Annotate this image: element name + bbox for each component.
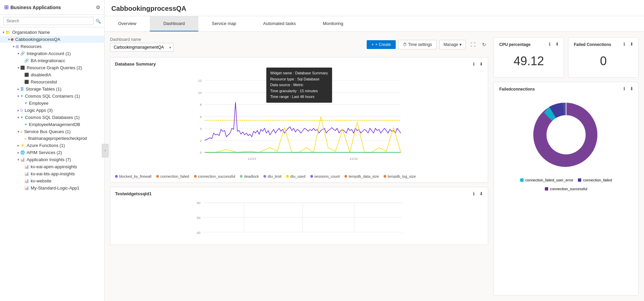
sidebar-item-azure-func[interactable]: ▸ ⚡ Azure Functions (1) — [0, 142, 104, 149]
sidebar-item-cosmos-db[interactable]: ▾ ✦ Cosmos SQL Databases (1) — [0, 114, 104, 121]
gear-icon[interactable]: ⚙ — [96, 4, 100, 10]
cpu-value: 49.12 — [499, 50, 558, 73]
chevron-apim-icon: ▸ — [18, 151, 19, 154]
svg-text:11/13: 11/13 — [248, 157, 256, 160]
kv-eai-bts-icon: 📊 — [24, 172, 29, 176]
resources-list-icon: ⬛ — [24, 80, 29, 84]
tab-automated[interactable]: Automated tasks — [250, 16, 309, 31]
page-title: CabbookingprocessQA — [111, 5, 186, 12]
sidebar-item-service-bus[interactable]: ▾ ≡ Service Bus Queues (1) — [0, 128, 104, 135]
sidebar-item-cosmos-sql[interactable]: ▾ ✦ Cosmos SQL Containers (1) — [0, 93, 104, 100]
tab-monitoring[interactable]: Monitoring — [309, 16, 357, 31]
sidebar-tree: ▾ 📁 Organisation Name ▾ Cabbookingproces… — [0, 27, 104, 301]
sidebar-item-kv-eai-bts[interactable]: 📊 kv-eai-bts-app-insights — [0, 170, 104, 177]
resources-list-label: Resourceslist — [31, 79, 57, 84]
tab-dashboard[interactable]: Dashboard — [150, 16, 198, 31]
chevron-resources-icon: ▾ — [13, 45, 15, 48]
sidebar-item-resources-list[interactable]: ⬛ Resourceslist — [0, 78, 104, 85]
tab-servicemap[interactable]: Service map — [198, 16, 250, 31]
sidebar-item-rg-queries[interactable]: ▾ ⬛ Resource Graph Queries (2) — [0, 64, 104, 71]
create-button[interactable]: + + Create — [367, 40, 395, 49]
org-label: Organisation Name — [12, 30, 50, 35]
testwidget-card: Testwidgetssqld1 ℹ ⬇ 60 50 40 — [110, 187, 488, 245]
tab-overview[interactable]: Overview — [105, 16, 150, 31]
sidebar-item-logic-apps[interactable]: ▸ ⟨⟩ Logic Apps (3) — [0, 107, 104, 114]
dashboard-name-section: Dashboard name CarbookingmanagementQA — [110, 37, 174, 52]
dashboard-select[interactable]: CarbookingmanagementQA — [110, 43, 174, 52]
search-input[interactable] — [3, 17, 93, 25]
donut-info-button[interactable]: ℹ — [622, 85, 626, 92]
main-content: CabbookingprocessQA Overview Dashboard S… — [105, 0, 644, 301]
chevron-storage-icon: ▸ — [18, 87, 19, 91]
cosmos-db-label: Cosmos SQL Databases (1) — [25, 115, 80, 120]
action-buttons: + + Create ⏱ Time settings Manage ▾ ⛶ ↻ — [367, 40, 488, 49]
cpu-info-button[interactable]: ℹ — [548, 41, 552, 47]
sidebar-item-integration[interactable]: ▾ 🔗 Integration Account (1) — [0, 50, 104, 57]
testwidget-chart-area: 60 50 40 — [115, 199, 483, 241]
dashboard-toolbar: Dashboard name CarbookingmanagementQA + … — [110, 37, 488, 52]
svg-text:50: 50 — [197, 216, 200, 220]
kv-eai-apim-label: kv-eai-apim-appinsights — [31, 164, 77, 169]
testwidget-actions: ℹ ⬇ — [472, 191, 484, 197]
tooltip-widget-name-value: Database Summary — [295, 71, 328, 75]
donut-legend-successful-label: connection_successful — [550, 187, 587, 191]
my-standard-icon: 📊 — [24, 186, 29, 190]
fc-info-button[interactable]: ℹ — [622, 41, 626, 47]
sidebar-item-disabled-ia[interactable]: ⬛ disabledIA — [0, 71, 104, 78]
sidebar-item-org[interactable]: ▾ 📁 Organisation Name — [0, 29, 104, 36]
db-summary-download-button[interactable]: ⬇ — [478, 61, 484, 67]
donut-legend-successful: connection_successful — [545, 187, 587, 191]
db-summary-info-button[interactable]: ℹ — [472, 61, 476, 67]
sidebar-item-app-insights[interactable]: ▾ 📊 Application Insights (7) — [0, 156, 104, 163]
sb-icon: ≡ — [20, 130, 22, 134]
cpu-download-button[interactable]: ⬇ — [554, 41, 560, 47]
donut-download-button[interactable]: ⬇ — [628, 85, 635, 92]
testwidget-info-button[interactable]: ℹ — [472, 191, 476, 197]
database-summary-card: Database Summary ℹ ⬇ Widget name : Datab… — [110, 57, 488, 183]
chevron-cosmos-icon: ▾ — [18, 94, 19, 98]
resources-icon: ⊞ — [16, 44, 19, 49]
svg-text:4: 4 — [200, 127, 202, 130]
svg-text:6: 6 — [200, 115, 201, 119]
sidebar-item-storage[interactable]: ▸ 🗄 Storage Tables (1) — [0, 85, 104, 93]
legend-tempdb-data-size: tempdb_data_size — [344, 174, 379, 178]
fc-download-button[interactable]: ⬇ — [628, 41, 635, 47]
dashboard-left: Dashboard name CarbookingmanagementQA + … — [110, 37, 488, 296]
sidebar-wrapper: ⊞ Business Applications ⚙ 🔍 ▾ 📁 Organisa… — [0, 0, 105, 301]
search-icon: 🔍 — [95, 19, 101, 24]
legend-connection-successful: connection_successful — [194, 174, 235, 178]
time-settings-button[interactable]: ⏱ Time settings — [398, 40, 437, 49]
disabled-ia-icon: ⬛ — [24, 73, 29, 77]
ba-int-label: BA-integrationacc — [31, 58, 65, 63]
sidebar-item-employee[interactable]: ✦ Employee — [0, 100, 104, 107]
sidebar-item-final-manage[interactable]: ≡ finalmanagepropertiescheckprod — [0, 135, 104, 142]
manage-button[interactable]: Manage ▾ — [439, 40, 466, 49]
chevron-integration-icon: ▾ — [18, 52, 19, 55]
testwidget-download-button[interactable]: ⬇ — [478, 191, 484, 197]
sidebar-item-ba-int[interactable]: 🔗 BA-integrationacc — [0, 57, 104, 64]
sidebar-collapse-button[interactable]: ‹ — [102, 144, 109, 157]
apim-label: APIM Services (2) — [27, 150, 62, 155]
sidebar-item-apim[interactable]: ▸ 🌐 APIM Services (2) — [0, 149, 104, 156]
refresh-button[interactable]: ↻ — [480, 41, 488, 49]
sidebar-item-employee-db[interactable]: ✦ EmployeeManagementDB — [0, 121, 104, 128]
tabs-bar: Overview Dashboard Service map Automated… — [105, 16, 644, 32]
sidebar-item-my-standard[interactable]: 📊 My-Standard-Logic-App1 — [0, 184, 104, 192]
donut-legend-user-error-label: connection_failed_user_error — [525, 178, 573, 182]
sidebar-item-kv-website[interactable]: 📊 kv-website — [0, 177, 104, 184]
azure-func-label: Azure Functions (1) — [27, 143, 65, 148]
chevron-rg-icon: ▾ — [18, 66, 19, 70]
kv-website-icon: 📊 — [24, 179, 29, 183]
fullscreen-button[interactable]: ⛶ — [469, 41, 477, 49]
sidebar-item-kv-eai-apim[interactable]: 📊 kv-eai-apim-appinsights — [0, 163, 104, 170]
red-dot-icon — [11, 38, 13, 41]
svg-text:12: 12 — [198, 79, 202, 82]
sidebar-item-app[interactable]: ▾ CabbookingprocessQA — [0, 36, 104, 43]
svg-text:8: 8 — [200, 103, 201, 106]
legend-deadlock: deadlock — [240, 174, 259, 178]
plus-icon: + — [371, 42, 374, 47]
database-summary-title: Database Summary — [115, 61, 483, 67]
storage-label: Storage Tables (1) — [26, 86, 61, 92]
sidebar-item-resources[interactable]: ▾ ⊞ Resources — [0, 43, 104, 50]
my-standard-label: My-Standard-Logic-App1 — [31, 185, 80, 191]
